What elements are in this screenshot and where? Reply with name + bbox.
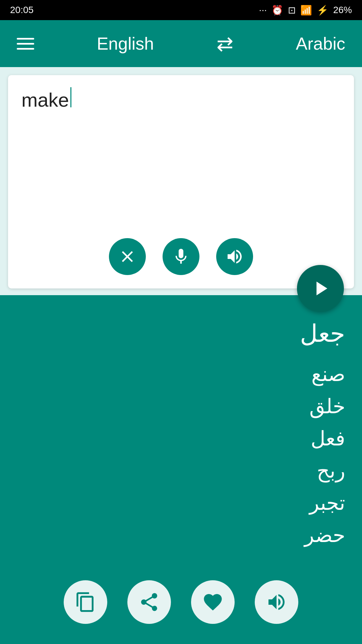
clear-button[interactable] xyxy=(109,238,146,275)
alt-word-2: خلق xyxy=(10,390,345,423)
output-panel: جعل صنع خلق فعل ربح تجبر حضر xyxy=(0,295,362,644)
status-icons: ··· ⏰ ⊡ 📶 ⚡ 26% xyxy=(259,5,352,16)
output-speaker-icon xyxy=(266,591,287,613)
microphone-icon xyxy=(172,247,190,266)
swap-languages-button[interactable]: ⇄ xyxy=(217,32,233,55)
text-cursor xyxy=(70,87,71,107)
copy-icon xyxy=(75,591,96,613)
clear-icon xyxy=(118,247,137,266)
share-icon xyxy=(138,591,160,613)
alt-word-5: تجبر xyxy=(10,487,345,519)
source-language-label[interactable]: English xyxy=(97,34,154,54)
share-button[interactable] xyxy=(127,580,171,624)
input-panel: make xyxy=(8,75,354,288)
speaker-icon xyxy=(225,247,244,266)
main-translation: جعل xyxy=(10,315,345,352)
signal-icon: 📶 xyxy=(300,5,312,16)
sim-icon: ⊡ xyxy=(288,5,296,16)
translate-arrow-icon xyxy=(309,277,332,300)
input-value: make xyxy=(21,87,69,112)
output-text: جعل صنع خلق فعل ربح تجبر حضر xyxy=(10,315,345,551)
microphone-button[interactable] xyxy=(163,238,199,275)
status-time: 20:05 xyxy=(10,5,34,15)
alt-word-3: فعل xyxy=(10,423,345,455)
alt-word-6: حضر xyxy=(10,519,345,551)
main-content: make xyxy=(0,67,362,644)
input-speaker-button[interactable] xyxy=(216,238,253,275)
battery-icon: ⚡ xyxy=(317,5,328,16)
input-text-area[interactable]: make xyxy=(21,87,341,228)
copy-button[interactable] xyxy=(64,580,107,624)
panels-wrapper: make xyxy=(0,67,362,644)
alt-translations: صنع خلق فعل ربح تجبر حضر xyxy=(10,358,345,551)
target-language-label[interactable]: Arabic xyxy=(296,34,345,54)
battery-percent: 26% xyxy=(333,5,352,15)
alt-word-1: صنع xyxy=(10,358,345,390)
top-bar: English ⇄ Arabic xyxy=(0,20,362,67)
input-action-buttons xyxy=(21,238,341,278)
heart-icon xyxy=(202,591,224,613)
status-bar: 20:05 ··· ⏰ ⊡ 📶 ⚡ 26% xyxy=(0,0,362,20)
favorite-button[interactable] xyxy=(191,580,235,624)
output-speaker-button[interactable] xyxy=(255,580,298,624)
menu-button[interactable] xyxy=(17,38,34,50)
output-action-buttons xyxy=(0,580,362,624)
alt-word-4: ربح xyxy=(10,455,345,487)
alarm-icon: ⏰ xyxy=(272,5,283,16)
dots-icon: ··· xyxy=(259,5,267,15)
translate-button[interactable] xyxy=(297,265,344,312)
